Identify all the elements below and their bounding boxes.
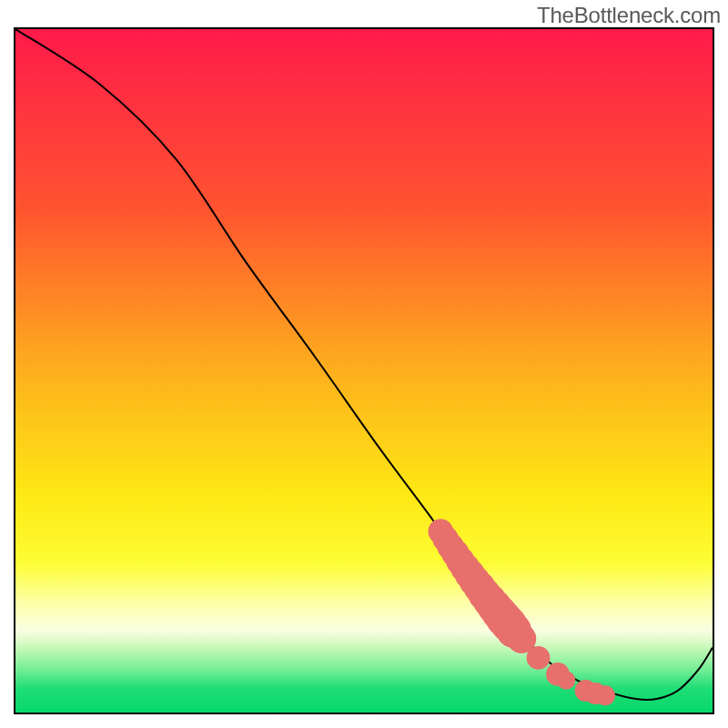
highlight-marker (557, 672, 575, 690)
highlight-marker (595, 685, 615, 705)
plot-frame (14, 27, 714, 714)
plot-svg (15, 29, 713, 713)
gradient-background (15, 29, 713, 713)
watermark-text: TheBottleneck.com (537, 3, 721, 28)
highlight-marker (527, 646, 551, 670)
chart-stage: TheBottleneck.com (0, 0, 728, 728)
